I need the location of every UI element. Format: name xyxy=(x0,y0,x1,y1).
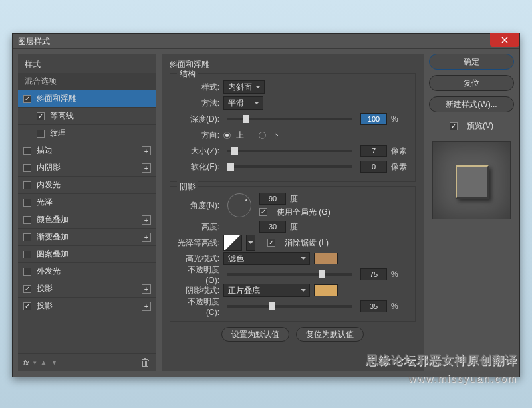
preview-checkbox[interactable] xyxy=(450,122,458,130)
style-row[interactable]: 投影+ xyxy=(18,297,156,314)
style-checkbox[interactable] xyxy=(23,233,31,241)
depth-input[interactable]: 100 xyxy=(360,113,387,125)
trash-icon[interactable]: 🗑 xyxy=(140,357,151,369)
section-title: 斜面和浮雕 xyxy=(170,59,416,70)
add-effect-icon[interactable]: + xyxy=(142,163,151,173)
style-checkbox[interactable] xyxy=(23,164,31,172)
styles-footer: fx ▾ ▲ ▼ 🗑 xyxy=(18,353,156,371)
cancel-button[interactable]: 复位 xyxy=(429,75,514,91)
direction-down-radio[interactable] xyxy=(259,132,266,139)
move-up-icon[interactable]: ▲ xyxy=(41,359,47,366)
style-row[interactable]: 颜色叠加+ xyxy=(18,211,156,228)
shading-group: 阴影 角度(N): 90 度 使用全局光 (G) xyxy=(170,186,416,322)
style-row[interactable]: 描边+ xyxy=(18,142,156,159)
altitude-unit: 度 xyxy=(290,221,307,233)
style-row[interactable]: 等高线 xyxy=(18,107,156,124)
technique-select[interactable]: 平滑 xyxy=(223,96,263,110)
style-row[interactable]: 内发光 xyxy=(18,176,156,193)
preview-label: 预览(V) xyxy=(467,120,493,132)
move-down-icon[interactable]: ▼ xyxy=(51,359,57,366)
style-row[interactable]: 图案叠加 xyxy=(18,245,156,262)
fx-menu[interactable]: fx xyxy=(23,359,29,367)
shadow-color-swatch[interactable] xyxy=(314,284,338,296)
dialog-title: 图层样式 xyxy=(18,37,50,46)
ok-button[interactable]: 确定 xyxy=(429,54,514,70)
direction-down-label: 下 xyxy=(271,130,279,141)
direction-up-radio[interactable] xyxy=(223,132,231,139)
altitude-input[interactable]: 30 xyxy=(259,221,286,233)
soften-input[interactable]: 0 xyxy=(360,161,387,173)
style-list: 斜面和浮雕等高线纹理描边+内阴影+内发光光泽颜色叠加+渐变叠加+图案叠加外发光投… xyxy=(18,90,156,353)
direction-label: 方向: xyxy=(177,130,219,141)
gloss-contour-dropdown[interactable] xyxy=(246,235,255,251)
style-checkbox[interactable] xyxy=(23,181,31,189)
highlight-mode-select[interactable]: 滤色 xyxy=(223,252,310,265)
add-effect-icon[interactable]: + xyxy=(142,146,151,155)
style-checkbox[interactable] xyxy=(23,95,31,103)
highlight-color-swatch[interactable] xyxy=(314,253,338,264)
styles-header: 样式 xyxy=(18,54,156,73)
soften-unit: 像素 xyxy=(391,161,408,173)
style-label: 纹理 xyxy=(50,128,66,139)
dialog-content: 样式 混合选项 斜面和浮雕等高线纹理描边+内阴影+内发光光泽颜色叠加+渐变叠加+… xyxy=(13,49,519,377)
style-select[interactable]: 内斜面 xyxy=(223,80,265,94)
style-label: 颜色叠加 xyxy=(37,214,68,225)
style-label: 光泽 xyxy=(37,197,53,208)
shadow-opacity-slider[interactable] xyxy=(227,305,352,308)
highlight-opacity-slider[interactable] xyxy=(227,273,352,276)
direction-up-label: 上 xyxy=(236,130,244,141)
soften-slider[interactable] xyxy=(227,165,352,168)
style-row[interactable]: 渐变叠加+ xyxy=(18,228,156,245)
style-label: 外发光 xyxy=(37,266,61,277)
shadow-opacity-label: 不透明度(C): xyxy=(177,296,219,317)
style-checkbox[interactable] xyxy=(23,251,31,258)
style-label: 等高线 xyxy=(50,110,74,122)
gloss-contour-picker[interactable] xyxy=(223,235,242,251)
style-row[interactable]: 纹理 xyxy=(18,124,156,142)
preview-thumbnail xyxy=(456,165,489,199)
style-row[interactable]: 光泽 xyxy=(18,193,156,211)
style-checkbox[interactable] xyxy=(23,199,31,207)
style-checkbox[interactable] xyxy=(23,285,31,293)
styles-panel: 样式 混合选项 斜面和浮雕等高线纹理描边+内阴影+内发光光泽颜色叠加+渐变叠加+… xyxy=(18,54,156,371)
antialias-checkbox[interactable] xyxy=(267,239,275,247)
style-row[interactable]: 斜面和浮雕 xyxy=(18,90,156,107)
global-light-checkbox[interactable] xyxy=(259,208,267,216)
add-effect-icon[interactable]: + xyxy=(142,284,151,294)
style-checkbox[interactable] xyxy=(23,268,31,276)
chevron-down-icon[interactable]: ▾ xyxy=(33,359,37,366)
size-slider[interactable] xyxy=(227,150,352,152)
gloss-contour-label: 光泽等高线: xyxy=(177,237,219,249)
style-checkbox[interactable] xyxy=(37,112,45,120)
angle-dial[interactable] xyxy=(227,193,251,217)
style-checkbox[interactable] xyxy=(23,216,31,224)
action-panel: 确定 复位 新建样式(W)... 预览(V) xyxy=(429,54,514,371)
add-effect-icon[interactable]: + xyxy=(142,215,151,225)
titlebar: 图层样式 xyxy=(13,34,519,49)
blend-options[interactable]: 混合选项 xyxy=(18,73,156,90)
style-row[interactable]: 投影+ xyxy=(18,280,156,297)
style-row[interactable]: 外发光 xyxy=(18,262,156,280)
size-input[interactable]: 7 xyxy=(360,145,387,157)
angle-input[interactable]: 90 xyxy=(259,193,286,205)
style-checkbox[interactable] xyxy=(23,147,31,155)
structure-legend: 结构 xyxy=(177,68,198,80)
shadow-mode-select[interactable]: 正片叠底 xyxy=(223,284,310,297)
style-row[interactable]: 内阴影+ xyxy=(18,159,156,176)
style-checkbox[interactable] xyxy=(37,130,45,138)
close-button[interactable] xyxy=(490,33,519,47)
angle-unit: 度 xyxy=(290,193,307,205)
add-effect-icon[interactable]: + xyxy=(142,233,151,242)
technique-label: 方法: xyxy=(177,98,219,109)
highlight-opacity-label: 不透明度(O): xyxy=(177,264,219,285)
antialias-label: 消除锯齿 (L) xyxy=(285,237,329,249)
style-checkbox[interactable] xyxy=(23,302,31,310)
shadow-opacity-input[interactable]: 35 xyxy=(360,300,387,312)
style-label: 投影 xyxy=(37,300,53,312)
highlight-opacity-input[interactable]: 75 xyxy=(360,268,387,280)
make-default-button[interactable]: 设置为默认值 xyxy=(221,327,289,342)
reset-default-button[interactable]: 复位为默认值 xyxy=(296,327,364,342)
add-effect-icon[interactable]: + xyxy=(142,302,151,311)
new-style-button[interactable]: 新建样式(W)... xyxy=(429,96,514,112)
depth-slider[interactable] xyxy=(227,118,352,120)
